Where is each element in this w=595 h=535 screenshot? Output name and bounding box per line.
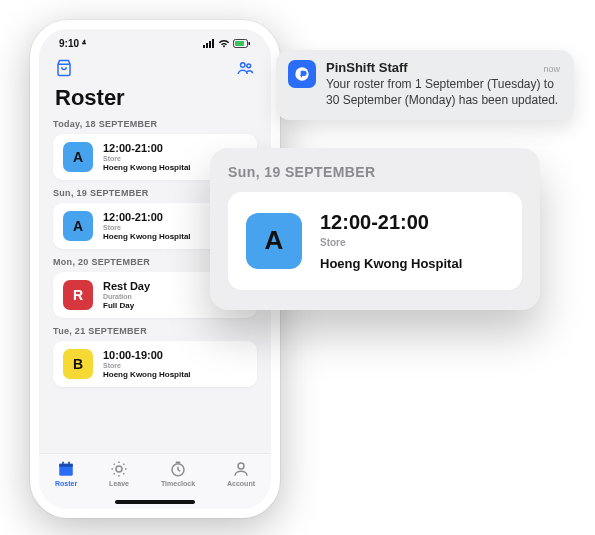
enlarged-shift-badge: A — [246, 213, 302, 269]
svg-rect-12 — [68, 462, 70, 466]
svg-rect-6 — [249, 42, 251, 45]
enlarged-shift-info: 12:00-21:00 Store Hoeng Kwong Hospital — [320, 210, 462, 272]
clock-icon — [169, 460, 187, 478]
signal-icon — [203, 39, 215, 48]
notification-app-icon — [288, 60, 316, 88]
battery-icon — [233, 39, 251, 48]
sun-icon — [110, 460, 128, 478]
push-notification[interactable]: PinShift Staff now Your roster from 1 Se… — [276, 50, 574, 120]
day-label: Today, 18 SEPTEMBER — [53, 119, 257, 134]
enlarged-shift-time: 12:00-21:00 — [320, 210, 462, 235]
tab-label: Timeclock — [161, 480, 195, 487]
svg-rect-5 — [235, 41, 244, 46]
day-section: Tue, 21 SEPTEMBER B 10:00-19:00 Store Ho… — [39, 326, 271, 395]
shift-info: 12:00-21:00 Store Hoeng Kwong Hospital — [103, 142, 191, 172]
notification-message: Your roster from 1 September (Tuesday) t… — [326, 77, 560, 108]
shift-badge: R — [63, 280, 93, 310]
svg-point-15 — [238, 463, 244, 469]
shift-time: 10:00-19:00 — [103, 349, 191, 362]
shift-role: Store — [103, 224, 191, 232]
enlarged-shift[interactable]: A 12:00-21:00 Store Hoeng Kwong Hospital — [228, 192, 522, 290]
shift-role: Store — [103, 155, 191, 163]
shift-info: 12:00-21:00 Store Hoeng Kwong Hospital — [103, 211, 191, 241]
shift-time: 12:00-21:00 — [103, 211, 191, 224]
tab-timeclock[interactable]: Timeclock — [161, 460, 195, 487]
shift-location: Hoeng Kwong Hospital — [103, 370, 191, 379]
status-bar: 9:10 ⁴ — [39, 29, 271, 53]
shift-badge: B — [63, 349, 93, 379]
status-indicators — [203, 39, 251, 48]
svg-point-7 — [241, 63, 246, 68]
shift-card[interactable]: B 10:00-19:00 Store Hoeng Kwong Hospital — [53, 341, 257, 387]
svg-rect-1 — [206, 43, 208, 48]
svg-rect-3 — [212, 39, 214, 48]
tab-label: Roster — [55, 480, 77, 487]
shift-role: Duration — [103, 293, 150, 301]
svg-rect-10 — [59, 464, 73, 467]
shift-time: Rest Day — [103, 280, 150, 293]
notification-timestamp: now — [543, 64, 560, 74]
enlarged-shift-location: Hoeng Kwong Hospital — [320, 256, 462, 272]
notification-app-name: PinShift Staff — [326, 60, 408, 75]
calendar-icon — [57, 460, 75, 478]
page-title: Roster — [39, 83, 271, 119]
svg-point-13 — [116, 466, 122, 472]
shift-location: Hoeng Kwong Hospital — [103, 163, 191, 172]
tab-label: Account — [227, 480, 255, 487]
enlarged-day-label: Sun, 19 SEPTEMBER — [228, 164, 522, 180]
svg-rect-2 — [209, 41, 211, 48]
enlarged-shift-role: Store — [320, 237, 462, 250]
person-icon — [232, 460, 250, 478]
tab-leave[interactable]: Leave — [109, 460, 129, 487]
day-label: Tue, 21 SEPTEMBER — [53, 326, 257, 341]
tab-label: Leave — [109, 480, 129, 487]
shopping-bag-icon[interactable] — [55, 59, 73, 81]
shift-badge: A — [63, 142, 93, 172]
app-bar — [39, 53, 271, 83]
home-indicator — [115, 500, 195, 504]
shift-info: Rest Day Duration Full Day — [103, 280, 150, 310]
shift-time: 12:00-21:00 — [103, 142, 191, 155]
tab-bar: Roster Leave Timeclock Account — [39, 453, 271, 509]
shift-role: Store — [103, 362, 191, 370]
shift-location: Hoeng Kwong Hospital — [103, 232, 191, 241]
shift-location: Full Day — [103, 301, 150, 310]
svg-rect-0 — [203, 45, 205, 48]
shift-badge: A — [63, 211, 93, 241]
wifi-icon — [218, 39, 230, 48]
team-icon[interactable] — [235, 59, 255, 81]
tab-account[interactable]: Account — [227, 460, 255, 487]
shift-info: 10:00-19:00 Store Hoeng Kwong Hospital — [103, 349, 191, 379]
svg-point-8 — [247, 64, 251, 68]
tab-roster[interactable]: Roster — [55, 460, 77, 487]
enlarged-shift-card: Sun, 19 SEPTEMBER A 12:00-21:00 Store Ho… — [210, 148, 540, 310]
status-time: 9:10 ⁴ — [59, 38, 86, 49]
notification-body: PinShift Staff now Your roster from 1 Se… — [326, 60, 560, 108]
svg-rect-11 — [62, 462, 64, 466]
